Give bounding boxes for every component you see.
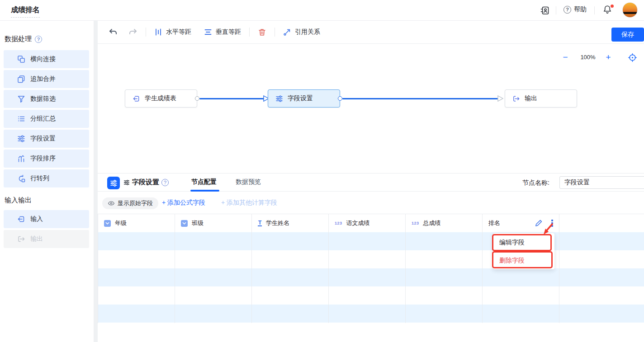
menu-item-delete-field[interactable]: 删除字段 bbox=[493, 251, 554, 269]
column-header-grade[interactable]: 年级 bbox=[98, 214, 175, 232]
sidebar-item-field-settings[interactable]: 字段设置 bbox=[4, 130, 89, 148]
sidebar-divider bbox=[94, 21, 98, 342]
sidebar-item-row-to-column[interactable]: 行转列 bbox=[4, 169, 89, 187]
help-label: 帮助 bbox=[574, 5, 587, 14]
zoom-level: 100% bbox=[577, 54, 599, 61]
connection-line bbox=[199, 98, 264, 99]
reference-relation-button[interactable]: 引用关系 bbox=[283, 28, 320, 36]
user-avatar[interactable] bbox=[622, 2, 638, 18]
eye-icon bbox=[108, 200, 115, 207]
crosshair-icon bbox=[628, 53, 637, 62]
column-header-total-score[interactable]: 123 总成绩 bbox=[405, 214, 482, 232]
connector-dot[interactable] bbox=[195, 96, 199, 101]
fit-view-button[interactable] bbox=[627, 52, 638, 63]
canvas-toolbar: 水平等距 垂直等距 引用关系 bbox=[98, 21, 644, 44]
field-settings-node-icon bbox=[107, 177, 120, 189]
field-sort-icon bbox=[17, 155, 25, 163]
field-actions-bar: 显示原始字段 + 添加公式字段 + 添加其他计算字段 bbox=[98, 192, 644, 214]
table-row bbox=[98, 232, 644, 250]
horizontal-spacing-button[interactable]: 水平等距 bbox=[154, 28, 191, 36]
topbar-divider bbox=[556, 6, 556, 14]
undo-button[interactable] bbox=[109, 28, 118, 37]
input-icon bbox=[133, 95, 140, 103]
sidebar-item-data-filter[interactable]: 数据筛选 bbox=[4, 90, 89, 108]
column-more-menu-icon[interactable] bbox=[549, 219, 556, 228]
node-name-input[interactable] bbox=[559, 176, 644, 189]
connection-line bbox=[342, 98, 498, 99]
reference-relation-icon bbox=[283, 28, 291, 36]
menu-item-edit-field[interactable]: 编辑字段 bbox=[493, 233, 554, 251]
output-icon bbox=[17, 235, 25, 243]
zoom-in-button[interactable]: + bbox=[603, 52, 614, 63]
app-title[interactable]: 成绩排名 bbox=[11, 5, 40, 18]
vertical-spacing-button[interactable]: 垂直等距 bbox=[204, 28, 241, 36]
sliders-icon bbox=[275, 95, 283, 103]
notification-dot bbox=[611, 5, 614, 8]
table-row bbox=[98, 305, 644, 323]
column-header-rank[interactable]: 排名 bbox=[482, 214, 559, 232]
edit-field-icon[interactable] bbox=[535, 219, 543, 229]
flow-canvas[interactable]: − 100% + 学生成绩表 字段设置 bbox=[98, 44, 644, 173]
help-icon: ? bbox=[564, 6, 571, 14]
tab-node-config[interactable]: 节点配置 bbox=[191, 178, 217, 186]
redo-icon bbox=[128, 28, 137, 37]
panel-title: 字段设置 ? bbox=[123, 178, 169, 187]
help-button[interactable]: ? 帮助 bbox=[564, 5, 587, 14]
contacts-icon[interactable] bbox=[539, 5, 550, 16]
horizontal-spacing-icon bbox=[154, 28, 162, 36]
sidebar-item-input[interactable]: 输入 bbox=[4, 210, 89, 228]
flow-node-student-scores[interactable]: 学生成绩表 bbox=[125, 89, 197, 108]
tab-data-preview[interactable]: 数据预览 bbox=[236, 178, 261, 186]
table-row bbox=[98, 268, 644, 286]
row-to-column-icon bbox=[17, 174, 25, 183]
column-header-class[interactable]: 班级 bbox=[175, 214, 251, 232]
append-icon bbox=[17, 75, 25, 83]
sidebar: 数据处理 ? 横向连接 追加合并 数据筛选 分组汇总 字段设置 bbox=[0, 21, 94, 342]
sliders-icon bbox=[123, 179, 130, 186]
column-header-student-name[interactable]: T 学生姓名 bbox=[251, 214, 328, 232]
topbar-divider bbox=[594, 6, 595, 14]
field-settings-icon bbox=[17, 135, 25, 143]
arrowhead-icon bbox=[497, 95, 504, 102]
flow-node-field-settings[interactable]: 字段设置 bbox=[268, 89, 340, 108]
flow-node-output[interactable]: 输出 bbox=[505, 89, 577, 108]
toolbar-divider bbox=[275, 28, 275, 37]
toolbar-divider bbox=[146, 28, 146, 37]
number-field-icon: 123 bbox=[335, 221, 342, 225]
input-icon bbox=[17, 215, 25, 223]
add-formula-field-button[interactable]: + 添加公式字段 bbox=[162, 199, 205, 207]
undo-icon bbox=[109, 28, 118, 37]
topbar: 成绩排名 ? 帮助 bbox=[0, 0, 644, 21]
redo-button[interactable] bbox=[128, 28, 137, 37]
node-name-label: 节点名称: bbox=[522, 179, 549, 187]
node-config-panel: 字段设置 ? 节点配置 数据预览 节点名称: 显示原始字段 + 添加公式字段 +… bbox=[98, 173, 644, 342]
sidebar-section-data-processing: 数据处理 ? bbox=[5, 35, 42, 43]
number-field-icon: 123 bbox=[412, 221, 419, 225]
toolbar-divider bbox=[249, 28, 250, 37]
select-field-icon bbox=[104, 220, 111, 227]
sidebar-item-field-sort[interactable]: 字段排序 bbox=[4, 150, 89, 168]
panel-help-icon[interactable]: ? bbox=[161, 179, 169, 186]
panel-header: 字段设置 ? 节点配置 数据预览 节点名称: bbox=[98, 173, 644, 192]
sidebar-item-horizontal-join[interactable]: 横向连接 bbox=[4, 50, 89, 68]
select-field-icon bbox=[181, 220, 188, 227]
column-header-chinese-score[interactable]: 123 语文成绩 bbox=[328, 214, 405, 232]
delete-node-button[interactable] bbox=[258, 28, 266, 37]
add-other-calc-field-button: + 添加其他计算字段 bbox=[221, 199, 277, 207]
connector-dot[interactable] bbox=[338, 96, 342, 101]
filter-icon bbox=[17, 95, 25, 103]
table-row bbox=[98, 286, 644, 305]
sidebar-item-group-summarize[interactable]: 分组汇总 bbox=[4, 110, 89, 128]
sidebar-section-input-output: 输入输出 bbox=[5, 196, 32, 205]
fields-table: 年级 班级 T 学生姓名 123 语文成绩 123 总成绩 排名 bbox=[98, 214, 644, 323]
sidebar-item-append-merge[interactable]: 追加合并 bbox=[4, 70, 89, 88]
zoom-out-button[interactable]: − bbox=[560, 52, 571, 63]
trash-icon bbox=[258, 28, 266, 37]
text-field-icon: T bbox=[258, 220, 262, 226]
show-original-fields-button[interactable]: 显示原始字段 bbox=[102, 197, 158, 209]
join-icon bbox=[17, 55, 25, 63]
save-button[interactable]: 保存 bbox=[611, 28, 644, 42]
sidebar-item-output: 输出 bbox=[4, 230, 89, 248]
notifications-button[interactable] bbox=[602, 5, 614, 16]
section-help-icon[interactable]: ? bbox=[35, 36, 42, 43]
